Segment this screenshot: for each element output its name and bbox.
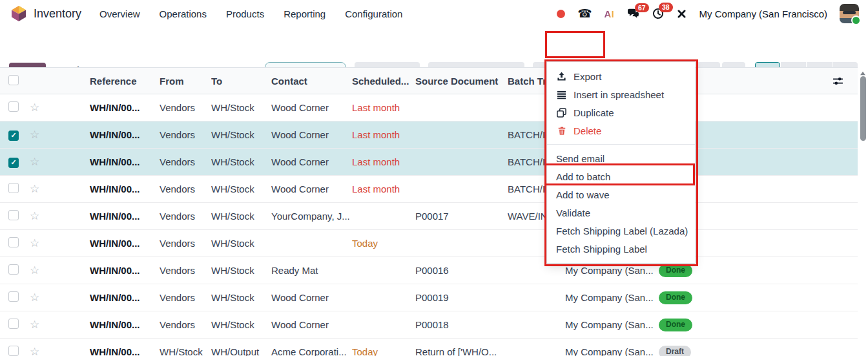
favorite-star-icon[interactable]: ☆	[30, 156, 39, 167]
nav-menu-overview[interactable]: Overview	[99, 8, 140, 19]
nav-menu-reporting[interactable]: Reporting	[284, 8, 326, 19]
row-contact: Wood Corner	[271, 102, 352, 113]
row-contact: Wood Corner	[271, 183, 352, 194]
favorite-star-icon[interactable]: ☆	[30, 129, 39, 140]
optional-columns-icon[interactable]	[832, 76, 843, 89]
vertical-scrollbar	[858, 65, 868, 356]
row-source-document: P00017	[415, 211, 508, 222]
table-row[interactable]: ☆WH/IN/00...VendorsWH/StockYourCompany, …	[0, 203, 859, 230]
row-contact: Wood Corner	[271, 292, 352, 303]
row-checkbox[interactable]	[8, 183, 19, 193]
menu-item-insert-in-spreadsheet[interactable]: Insert in spreadsheet	[547, 85, 695, 103]
row-checkbox[interactable]	[8, 210, 19, 220]
row-status-cell: Done	[659, 291, 720, 304]
ai-icon[interactable]: AI	[604, 8, 614, 19]
favorite-star-icon[interactable]: ☆	[30, 102, 39, 113]
nav-menu-products[interactable]: Products	[226, 8, 264, 19]
inventory-app-icon[interactable]	[10, 5, 27, 22]
row-checkbox[interactable]	[8, 291, 19, 302]
row-from: Vendors	[160, 319, 211, 330]
company-selector[interactable]: My Company (San Francisco)	[699, 8, 827, 19]
table-row[interactable]: ☆WH/IN/00...VendorsWH/StockWood CornerP0…	[0, 284, 859, 311]
row-star-cell: ☆	[25, 156, 48, 167]
favorite-star-icon[interactable]: ☆	[30, 346, 39, 356]
row-to: WH/Stock	[211, 238, 271, 249]
row-scheduled-date: Last month	[352, 183, 415, 194]
menu-item-label: Export	[574, 71, 601, 82]
row-reference: WH/IN/00...	[48, 211, 160, 222]
table-row[interactable]: ☆WH/IN/00...VendorsWH/StockWood CornerLa…	[0, 94, 859, 121]
menu-item-validate[interactable]: Validate	[547, 204, 695, 222]
app-name[interactable]: Inventory	[34, 7, 81, 21]
menu-item-fetch-shipping-label-lazada[interactable]: Fetch Shipping Label (Lazada)	[547, 222, 695, 240]
menu-item-fetch-shipping-label[interactable]: Fetch Shipping Label	[547, 240, 695, 258]
wrench-icon	[676, 8, 687, 19]
menu-item-label: Add to wave	[556, 189, 610, 200]
row-checkbox[interactable]	[8, 319, 19, 329]
row-status-cell: Done	[659, 264, 720, 277]
menu-item-delete[interactable]: Delete	[547, 121, 695, 140]
row-company: My Company (San...	[565, 265, 659, 276]
row-scheduled-date: Last month	[352, 156, 415, 167]
table-row[interactable]: ☆WH/IN/00...VendorsWH/StockReady MatP000…	[0, 257, 859, 284]
row-checkbox-cell: ✓	[0, 156, 25, 168]
menu-item-add-to-wave[interactable]: Add to wave	[547, 185, 695, 204]
menu-item-label: Insert in spreadsheet	[574, 89, 664, 100]
header-from[interactable]: From	[160, 76, 211, 87]
odoo-inventory-screen: Inventory OverviewOperationsProductsRepo…	[0, 0, 868, 356]
nav-menu-operations[interactable]: Operations	[160, 8, 207, 19]
header-to[interactable]: To	[211, 76, 271, 87]
copy-icon	[556, 108, 567, 118]
menu-item-add-to-batch[interactable]: Add to batch	[547, 167, 695, 185]
row-checkbox[interactable]	[8, 101, 19, 112]
list-icon	[556, 90, 567, 99]
favorite-star-icon[interactable]: ☆	[30, 211, 39, 222]
table-row[interactable]: ☆WH/IN/00...VendorsWH/StockWood CornerP0…	[0, 311, 859, 339]
voip-phone-icon[interactable]: ☎	[577, 8, 592, 19]
row-checkbox[interactable]	[8, 237, 19, 247]
table-header-row: Reference From To Contact Scheduled... S…	[0, 67, 859, 94]
row-checkbox[interactable]: ✓	[8, 158, 19, 168]
favorite-star-icon[interactable]: ☆	[30, 265, 39, 276]
scrollbar-thumb[interactable]	[860, 76, 866, 141]
row-contact: Wood Corner	[271, 156, 352, 167]
menu-item-send-email[interactable]: Send email	[547, 149, 695, 167]
header-scheduled[interactable]: Scheduled...	[352, 76, 415, 87]
row-checkbox[interactable]	[8, 264, 19, 275]
favorite-star-icon[interactable]: ☆	[30, 292, 39, 303]
row-reference: WH/IN/00...	[48, 265, 160, 276]
row-status-cell: Done	[659, 318, 720, 331]
table-row[interactable]: ☆WH/IN/00...WH/StockWH/OutputAcme Corpor…	[0, 339, 859, 356]
messages-count-badge: 67	[635, 3, 649, 13]
menu-item-label: Duplicate	[574, 107, 614, 118]
messages-icon[interactable]: 67	[626, 8, 640, 19]
table-row[interactable]: ☆WH/IN/00...VendorsWH/StockWood CornerLa…	[0, 176, 859, 203]
favorite-star-icon[interactable]: ☆	[30, 319, 39, 330]
favorite-star-icon[interactable]: ☆	[30, 238, 39, 249]
row-checkbox[interactable]: ✓	[8, 131, 19, 141]
status-badge: Done	[659, 319, 692, 331]
nav-menu-configuration[interactable]: Configuration	[345, 8, 402, 19]
table-row[interactable]: ✓☆WH/IN/00...VendorsWH/StockWood CornerL…	[0, 149, 859, 176]
row-checkbox-cell	[0, 319, 25, 331]
row-to: WH/Stock	[211, 129, 271, 140]
debug-tools-icon[interactable]	[676, 8, 687, 19]
user-avatar[interactable]	[840, 4, 859, 23]
table-row[interactable]: ✓☆WH/IN/00...VendorsWH/StockWood CornerL…	[0, 121, 859, 149]
table-row[interactable]: ☆WH/IN/00...VendorsWH/StockToday	[0, 230, 859, 257]
select-all-checkbox[interactable]	[8, 75, 19, 85]
recording-indicator-icon[interactable]	[557, 10, 565, 18]
favorite-star-icon[interactable]: ☆	[30, 183, 39, 194]
status-badge: Draft	[659, 346, 691, 356]
row-from: Vendors	[160, 183, 211, 194]
row-contact: Acme Corporati...	[271, 346, 352, 356]
header-reference[interactable]: Reference	[48, 76, 160, 87]
row-checkbox[interactable]	[8, 346, 19, 356]
header-source-document[interactable]: Source Document	[415, 76, 508, 87]
menu-item-duplicate[interactable]: Duplicate	[547, 103, 695, 121]
header-contact[interactable]: Contact	[271, 76, 352, 87]
activities-icon[interactable]: 38	[652, 8, 664, 19]
menu-item-export[interactable]: Export	[547, 67, 695, 85]
row-contact: Wood Corner	[271, 129, 352, 140]
row-from: Vendors	[160, 129, 211, 140]
